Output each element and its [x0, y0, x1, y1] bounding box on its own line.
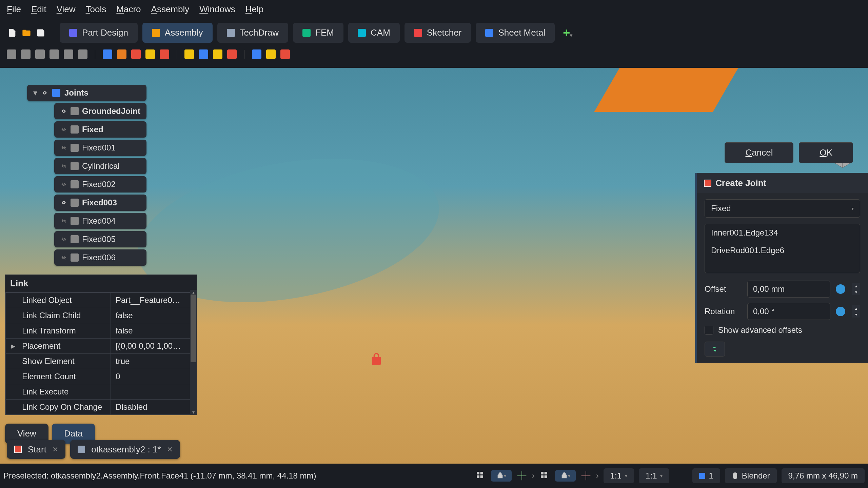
- close-icon[interactable]: ×: [167, 444, 173, 455]
- advanced-offsets-label[interactable]: Show advanced offsets: [718, 325, 802, 335]
- tree-item[interactable]: Fixed001: [54, 140, 146, 156]
- reference-item-1[interactable]: Inner001.Edge134: [705, 224, 860, 242]
- settings-icon[interactable]: [280, 49, 290, 59]
- tool-icon-1[interactable]: [7, 49, 16, 59]
- menu-windows[interactable]: Windows: [199, 4, 235, 15]
- property-row[interactable]: Show Elementtrue: [6, 354, 197, 369]
- solve-icon[interactable]: [252, 49, 261, 59]
- visibility-icon[interactable]: [60, 219, 67, 223]
- joint-angle-icon[interactable]: [227, 49, 237, 59]
- tree-item[interactable]: Fixed: [54, 121, 146, 138]
- joint-cylindrical-icon[interactable]: [131, 49, 141, 59]
- property-row[interactable]: Link Execute: [6, 384, 197, 400]
- property-row[interactable]: Element Count0: [6, 369, 197, 384]
- origin-icon[interactable]: [516, 470, 527, 481]
- snap-lock-button[interactable]: ▾: [491, 470, 512, 482]
- menu-assembly[interactable]: Assembly: [151, 4, 190, 15]
- visibility-icon[interactable]: [60, 200, 67, 205]
- scrollbar[interactable]: ▴ ▾: [190, 290, 197, 415]
- open-file-icon[interactable]: [21, 27, 32, 38]
- navigation-style-selector[interactable]: Blender: [725, 468, 777, 483]
- joint-fixed-icon[interactable]: [103, 49, 112, 59]
- spin-down-icon[interactable]: ▾: [852, 289, 860, 295]
- ok-button[interactable]: OK: [799, 142, 853, 163]
- tree-item[interactable]: Fixed006: [54, 249, 146, 266]
- menu-view[interactable]: View: [57, 4, 76, 15]
- joint-perpendicular-icon[interactable]: [213, 49, 222, 59]
- new-file-icon[interactable]: [7, 27, 18, 38]
- document-tab-start[interactable]: Start ×: [7, 440, 65, 459]
- expression-icon[interactable]: [836, 307, 845, 316]
- joint-revolute-icon[interactable]: [117, 49, 126, 59]
- add-workbench-icon[interactable]: +▾: [558, 26, 577, 40]
- grid-icon[interactable]: [475, 470, 486, 481]
- grid-icon[interactable]: [539, 470, 550, 481]
- count-box[interactable]: 1: [692, 468, 720, 483]
- tool-icon-6[interactable]: [78, 49, 87, 59]
- menu-file[interactable]: File: [7, 4, 21, 15]
- workbench-assembly[interactable]: Assembly: [142, 23, 213, 43]
- snap-lock-button[interactable]: ▾: [555, 470, 576, 482]
- close-icon[interactable]: ×: [53, 444, 58, 455]
- menu-edit[interactable]: Edit: [31, 4, 46, 15]
- spin-up-icon[interactable]: ▴: [852, 283, 860, 289]
- joint-distance-icon[interactable]: [184, 49, 194, 59]
- menu-macro[interactable]: Macro: [116, 4, 141, 15]
- tree-group-label[interactable]: Joints: [64, 88, 88, 98]
- explode-icon[interactable]: [266, 49, 276, 59]
- tree-item[interactable]: Cylindrical: [54, 158, 146, 174]
- visibility-icon[interactable]: [60, 145, 67, 150]
- visibility-icon[interactable]: [60, 182, 67, 187]
- joint-type-select[interactable]: Fixed ▾: [705, 199, 860, 218]
- expression-icon[interactable]: [836, 284, 845, 294]
- property-row[interactable]: Link Claim Childfalse: [6, 308, 197, 323]
- tree-item[interactable]: Fixed005: [54, 231, 146, 247]
- menu-help[interactable]: Help: [245, 4, 263, 15]
- cancel-button[interactable]: Cancel: [725, 142, 793, 163]
- swap-references-button[interactable]: [705, 342, 725, 357]
- rotation-input[interactable]: 0,00 °: [747, 303, 830, 320]
- workbench-techdraw[interactable]: TechDraw: [217, 23, 289, 43]
- advanced-offsets-checkbox[interactable]: [705, 326, 713, 334]
- tree-item[interactable]: Fixed004: [54, 213, 146, 229]
- workbench-sheet-metal[interactable]: Sheet Metal: [476, 23, 555, 43]
- tool-icon-3[interactable]: [35, 49, 45, 59]
- joint-slider-icon[interactable]: [145, 49, 155, 59]
- origin-icon[interactable]: [580, 470, 591, 481]
- scale-selector-1[interactable]: 1:1▾: [604, 468, 634, 483]
- workbench-part-design[interactable]: Part Design: [60, 23, 138, 43]
- reference-item-2[interactable]: DriveRod001.Edge6: [705, 242, 860, 259]
- spin-up-icon[interactable]: ▴: [852, 305, 860, 311]
- document-tab-assembly[interactable]: otkassembly2 : 1* ×: [70, 440, 180, 459]
- references-list[interactable]: Inner001.Edge134 DriveRod001.Edge6: [705, 224, 860, 273]
- tool-icon-2[interactable]: [21, 49, 31, 59]
- property-value[interactable]: [111, 384, 197, 400]
- property-value[interactable]: false: [111, 308, 197, 323]
- scale-selector-2[interactable]: 1:1▾: [639, 468, 669, 483]
- property-value[interactable]: Part__Feature0…: [111, 293, 197, 308]
- scrollbar-thumb[interactable]: [191, 294, 196, 362]
- property-row[interactable]: Link Copy On ChangeDisabled: [6, 400, 197, 415]
- property-value[interactable]: true: [111, 354, 197, 369]
- spin-down-icon[interactable]: ▾: [852, 311, 860, 318]
- joint-ball-icon[interactable]: [160, 49, 169, 59]
- property-row[interactable]: Link Transformfalse: [6, 323, 197, 339]
- expand-icon[interactable]: ▸: [11, 341, 15, 351]
- property-value[interactable]: [(0,00 0,00 1,00…: [111, 339, 197, 354]
- tree-item[interactable]: GroundedJoint: [54, 103, 146, 119]
- offset-input[interactable]: 0,00 mm: [747, 281, 830, 298]
- property-value[interactable]: 0: [111, 369, 197, 384]
- tool-icon-4[interactable]: [50, 49, 59, 59]
- tree-item[interactable]: Fixed003: [54, 195, 146, 211]
- visibility-icon[interactable]: [60, 164, 67, 168]
- joint-parallel-icon[interactable]: [199, 49, 208, 59]
- tool-icon-5[interactable]: [64, 49, 73, 59]
- visibility-icon[interactable]: [60, 127, 67, 132]
- workbench-fem[interactable]: FEM: [293, 23, 343, 43]
- visibility-icon[interactable]: [41, 90, 48, 95]
- property-value[interactable]: false: [111, 323, 197, 339]
- property-row[interactable]: ▸Placement[(0,00 0,00 1,00…: [6, 339, 197, 354]
- workbench-cam[interactable]: CAM: [348, 23, 400, 43]
- visibility-icon[interactable]: [60, 237, 67, 242]
- chevron-down-icon[interactable]: ▾: [33, 88, 37, 98]
